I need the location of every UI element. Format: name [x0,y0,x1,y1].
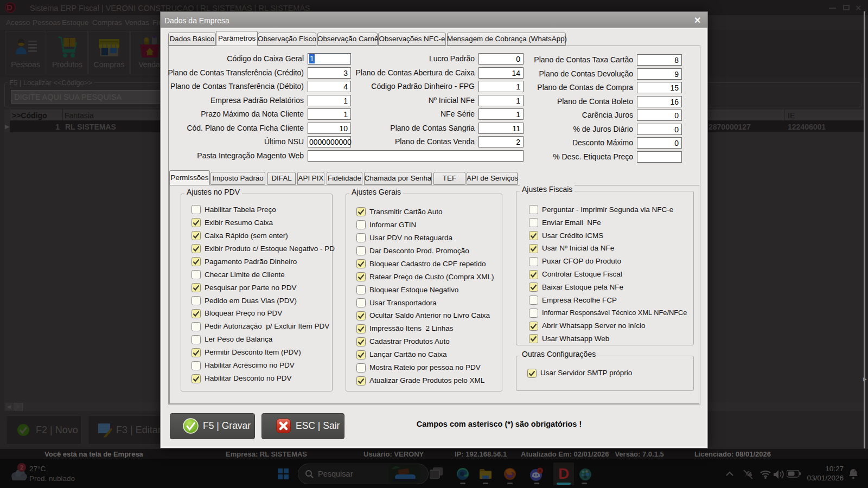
svg-text:z: z [854,469,856,473]
svg-text:6: 6 [539,469,541,473]
